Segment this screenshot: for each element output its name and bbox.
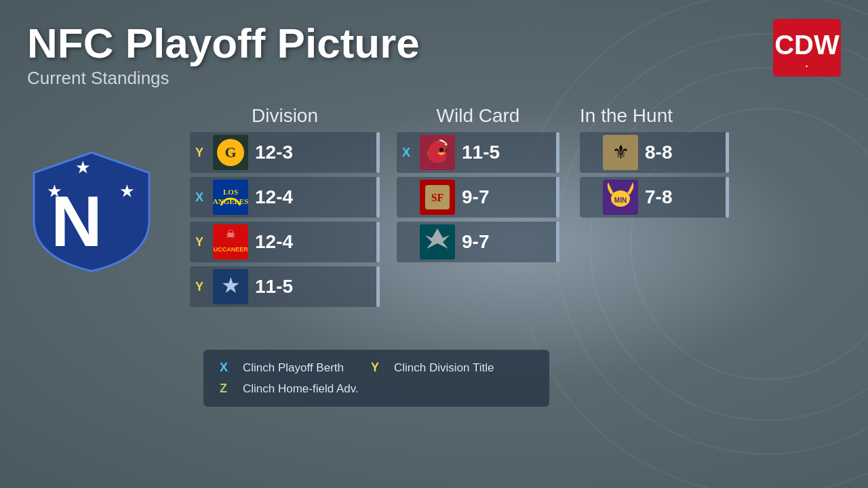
division-column: Division Y G 12-3 X [190,105,380,311]
standings-area: Division Y G 12-3 X [190,105,854,311]
svg-text:SF: SF [431,192,444,203]
packers-logo: G [213,135,248,170]
legend-y-badge: Y [371,361,386,375]
hunt-column: In the Hunt X ⚜ 8-8 [580,105,749,222]
table-row: X ⚜ 8-8 [580,132,729,173]
saints-record: 8-8 [645,142,686,163]
svg-text:LOS: LOS [223,188,238,196]
legend-x-text: Clinch Playoff Berth [243,361,344,375]
table-row: X MIN 7-8 [580,177,729,218]
division-header: Division [190,105,380,127]
eagles-logo [420,224,455,260]
svg-point-30 [435,238,440,243]
rams-record: 12-4 [255,186,296,208]
table-row: Y G 12-3 [190,132,380,173]
svg-point-25 [439,148,443,152]
buccaneers-logo: ☠ BUCCANEERS [213,224,248,260]
cardinals-logo: 🏈 [420,135,455,170]
vikings-logo: MIN [603,180,638,215]
49ers-record: 9-7 [462,186,502,208]
eagles-record: 9-7 [462,231,502,253]
table-row: X SF 9-7 [397,177,559,218]
hunt-header: In the Hunt [580,105,749,127]
division-badge-rams: X [195,190,210,205]
svg-text:⚜: ⚜ [612,142,629,163]
svg-text:G: G [224,144,236,161]
division-badge-buccaneers: Y [195,235,210,249]
wildcard-badge-cardinals: X [402,146,417,160]
legend-z-badge: Z [220,382,235,396]
page-title: NFC Playoff Picture [27,20,841,66]
cardinals-record: 11-5 [462,142,502,163]
svg-text:★: ★ [221,273,241,298]
wildcard-column: Wild Card X 🏈 [397,105,559,266]
svg-text:☠: ☠ [226,228,235,240]
main-content: NFC Playoff Picture Current Standings Di… [0,0,868,488]
saints-logo: ⚜ [603,135,638,170]
rams-logo: LOS ANGELES [213,180,248,215]
packers-record: 12-3 [255,142,296,163]
table-row: Y ☠ BUCCANEERS 12-4 [190,222,380,262]
division-badge-cowboys: Y [195,280,210,294]
legend-x-badge: X [220,361,235,375]
wildcard-header: Wild Card [397,105,559,127]
legend-z-text: Clinch Home-field Adv. [243,382,359,396]
header: NFC Playoff Picture Current Standings [27,20,841,89]
table-row: X 9-7 [397,222,559,262]
svg-text:MIN: MIN [614,197,627,204]
division-badge-packers: Y [195,146,210,160]
table-row: Y ★ 11-5 [190,266,380,307]
legend-box: X Clinch Playoff Berth Y Clinch Division… [203,350,549,407]
49ers-logo: SF [420,180,455,215]
page-subtitle: Current Standings [27,68,841,89]
buccaneers-record: 12-4 [255,231,296,253]
vikings-record: 7-8 [645,186,686,208]
svg-text:BUCCANEERS: BUCCANEERS [213,246,248,253]
table-row: X 🏈 11-5 [397,132,559,173]
table-row: X LOS ANGELES 12-4 [190,177,380,218]
cowboys-record: 11-5 [255,276,296,298]
cowboys-logo: ★ [213,269,248,304]
legend-y-text: Clinch Division Title [394,361,494,375]
